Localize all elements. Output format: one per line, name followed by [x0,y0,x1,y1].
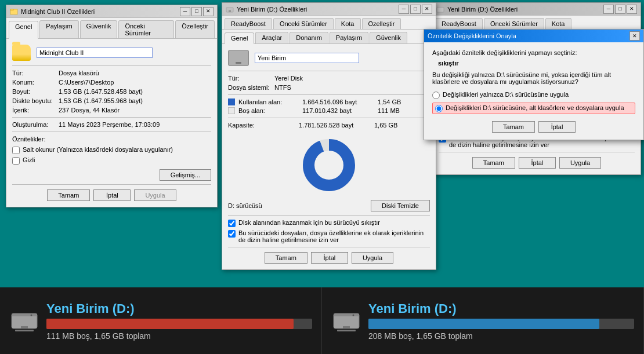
title-bar-w2[interactable]: Yeni Birim (D:) Özellikleri ─ □ ✕ [222,3,436,16]
value-diskte: 1,53 GB (1.647.955.968 bayt) [59,97,143,104]
tab-ozellestir-w1[interactable]: Özelleştir [175,20,215,38]
taskbar-title-1: Yeni Birim (D:) [46,301,312,316]
compress-label: Disk alanından kazanmak için bu sürücüyü… [238,219,380,226]
apply-btn-w2[interactable]: Uygula [352,252,393,264]
cancel-btn-w2[interactable]: İptal [311,252,348,264]
disk-cap-row: Kapasite: 1.781.526.528 bayt 1,65 GB [228,122,430,129]
tab-kota-w2[interactable]: Kota [335,18,361,29]
cancel-btn-w3[interactable]: İptal [519,157,556,169]
title-bar-w1[interactable]: Midnight Club II Özellikleri ─ □ ✕ [6,5,217,18]
title-bar-w3[interactable]: Yeni Birim (D:) Özellikleri ─ □ ✕ [433,3,641,16]
close-btn-w1[interactable]: ✕ [203,7,214,16]
apply-btn-w3[interactable]: Uygula [559,157,601,169]
value-tur-w2: Yerel Disk [274,75,303,82]
taskbar-info-2: Yeni Birim (D:) 208 MB boş, 1,65 GB topl… [368,301,634,341]
cancel-btn-w1[interactable]: İptal [93,189,131,201]
checkbox-gizli[interactable] [12,157,20,165]
dialog-confirm: Öznitelik Değişikliklerini Onayla ✕ Aşağ… [424,29,644,140]
label-diskte: Diskte boyutu: [12,97,59,104]
minimize-btn-w2[interactable]: ─ [399,5,409,14]
maximize-btn-w2[interactable]: □ [410,5,421,14]
taskbar-text-2: 208 MB boş, 1,65 GB toplam [368,331,634,341]
label-olusturulma: Oluşturulma: [12,121,59,128]
close-btn-w2[interactable]: ✕ [422,5,432,14]
label-konum: Konum: [12,79,59,86]
tab-donanim-w2[interactable]: Donanım [290,32,328,43]
drive-name-input[interactable] [255,53,359,63]
close-btn-w3[interactable]: ✕ [627,5,637,14]
dialog-close-btn[interactable]: ✕ [629,31,640,41]
tab-araclar-w2[interactable]: Araçlar [255,32,288,43]
value-boyut: 1,53 GB (1.647.528.458 bayt) [59,88,143,95]
title-buttons-w1: ─ □ ✕ [180,7,214,16]
ok-btn-w2[interactable]: Tamam [265,252,307,264]
tab-onceki-w2[interactable]: Önceki Sürümler [273,18,334,29]
checkbox-readonly[interactable] [12,147,20,154]
tab-paylasim-w1[interactable]: Paylaşım [39,20,78,38]
value-konum: C:\Users\7\Desktop [59,79,114,86]
ok-btn-w1[interactable]: Tamam [47,189,90,201]
drive-label-w2: D: sürücüsü [228,202,262,209]
dialog-ok-btn[interactable]: Tamam [492,121,535,133]
maximize-btn-w1[interactable]: □ [191,7,202,16]
prop-tur: Tür: Dosya klasörü [12,70,211,76]
value-olusturulma: 11 Mayıs 2023 Perşembe, 17:03:09 [59,121,160,128]
prop-diskte: Diskte boyutu: 1,53 GB (1.647.955.968 ba… [12,97,211,104]
radio1-input[interactable] [432,92,440,99]
folder-name-input[interactable] [37,48,153,58]
tab-kota-w3[interactable]: Kota [545,18,571,29]
maximize-btn-w3[interactable]: □ [615,5,625,14]
compress-checkbox[interactable] [228,220,236,227]
tab-guvenlik-w1[interactable]: Güvenlik [80,20,118,38]
dialog-title-bar[interactable]: Öznitelik Değişikliklerini Onayla ✕ [424,30,643,42]
folder-icon-w1 [12,45,31,61]
tab-paylasim-w2[interactable]: Paylaşım [330,32,368,43]
advanced-btn-w1[interactable]: Gelişmiş... [160,169,211,181]
tab-onceki-w1[interactable]: Önceki Sürümler [118,20,174,38]
oznitelikler-label: Öznitelikler: [12,136,45,143]
used-gb: 1,54 GB [378,98,401,105]
tab-readyboost-w3[interactable]: ReadyBoost [435,18,483,29]
index-label: Bu sürücüdeki dosyaları, dosya özellikle… [238,229,430,243]
value-tur: Dosya klasörü [59,70,99,76]
tab-guvenlik-w2[interactable]: Güvenlik [370,32,407,43]
tab-readyboost-w2[interactable]: ReadyBoost [225,18,272,29]
value-icerik: 237 Dosya, 44 Klasör [59,107,120,114]
taskbar-item-1[interactable]: Yeni Birim (D:) 111 MB boş, 1,65 GB topl… [0,287,322,354]
svg-rect-6 [437,8,444,12]
disk-used-row: Kullanılan alan: 1.664.516.096 bayt 1,54… [228,98,430,105]
used-color-box [228,98,235,105]
window-drive-props: Yeni Birim (D:) Özellikleri ─ □ ✕ ReadyB… [222,2,436,270]
taskbar-drive-icon-2 [331,309,361,333]
taskbar-title-2: Yeni Birim (D:) [368,301,634,316]
tab-genel-w1[interactable]: Genel [9,21,38,39]
radio1-label: Değişiklikleri yalnızca D:\ sürücüsüne u… [443,91,569,98]
clean-btn-w2[interactable]: Diski Temizle [371,200,430,211]
ok-btn-w3[interactable]: Tamam [472,157,515,169]
tab-ozellestir-w2[interactable]: Özelleştir [362,18,401,29]
drive-icon-w2 [228,50,249,66]
tabs-bottom-w2: Genel Araçlar Donanım Paylaşım Güvenlik [222,30,436,44]
prop-tur-w2: Tür: Yerel Disk [228,75,430,82]
tab-onceki-w3[interactable]: Önceki Sürümler [484,18,544,29]
taskbar-text-1: 111 MB boş, 1,65 GB toplam [46,331,312,341]
svg-rect-16 [343,326,350,329]
tab-genel-w2[interactable]: Genel [225,32,254,44]
title-text-w1: Midnight Club II Özellikleri [21,8,180,15]
index-checkbox[interactable] [228,230,236,238]
dialog-cancel-btn[interactable]: İptal [538,121,576,133]
taskbar-item-2[interactable]: Yeni Birim (D:) 208 MB boş, 1,65 GB topl… [322,287,644,354]
minimize-btn-w1[interactable]: ─ [180,7,190,16]
prop-boyut: Boyut: 1,53 GB (1.647.528.458 bayt) [12,88,211,95]
used-label: Kullanılan alan: [238,98,302,105]
svg-rect-10 [12,313,37,316]
svg-rect-3 [229,10,231,12]
prop-icerik: İçerik: 237 Dosya, 44 Klasör [12,107,211,114]
radio2-input[interactable] [435,105,443,112]
taskbar-bottom: Yeni Birim (D:) 111 MB boş, 1,65 GB topl… [0,287,644,354]
minimize-btn-w3[interactable]: ─ [603,5,614,14]
apply-btn-w1[interactable]: Uygula [134,189,176,201]
compress-check-row: Disk alanından kazanmak için bu sürücüyü… [228,219,430,227]
checkbox-gizli-label: Gizli [23,156,35,163]
checkbox-readonly-row: Salt okunur (Yalnızca klasördeki dosyala… [12,146,211,154]
